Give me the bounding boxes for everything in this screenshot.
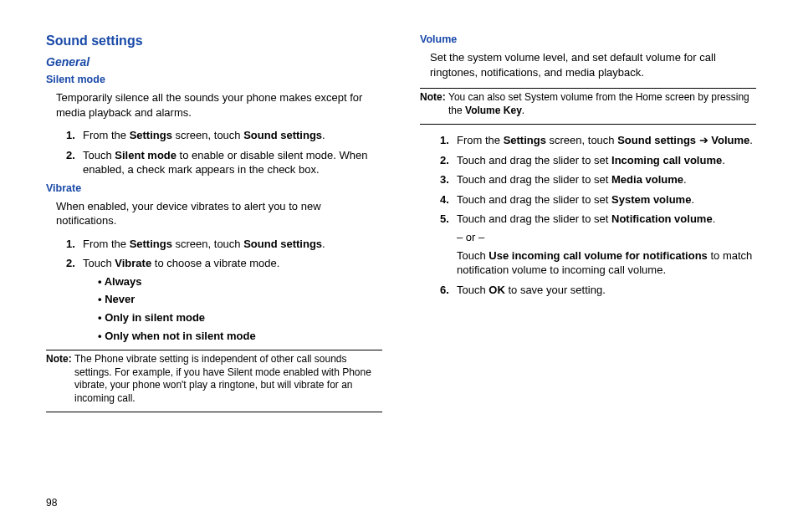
step-number: 2. (66, 148, 75, 163)
list-item: 6. Touch OK to save your setting. (440, 283, 756, 298)
vibrate-steps: 1. From the Settings screen, touch Sound… (66, 237, 382, 343)
text: to choose a vibrate mode. (151, 257, 279, 269)
option: • Only when not in silent mode (98, 329, 382, 344)
note-label: Note: (46, 353, 72, 366)
silent-desc: Temporarily silence all the sounds your … (56, 90, 382, 120)
text: . (713, 212, 716, 225)
step-number: 6. (440, 283, 449, 298)
text: . (322, 238, 325, 250)
note-label: Note: (420, 91, 446, 105)
text: Touch (457, 284, 489, 296)
text: Touch (83, 149, 115, 161)
text: Touch and drag the slider to set (457, 154, 611, 166)
vibrate-desc: When enabled, your device vibrates to al… (56, 199, 382, 228)
text: From the (457, 134, 504, 146)
heading-silent-mode: Silent mode (46, 74, 382, 85)
list-item: 4. Touch and drag the slider to set Syst… (440, 192, 756, 207)
bold: Volume (711, 134, 749, 146)
text: . (749, 134, 753, 146)
list-item: 1. From the Settings screen, touch Sound… (66, 128, 382, 143)
text: From the (83, 238, 130, 250)
list-item: 3. Touch and drag the slider to set Medi… (440, 172, 756, 187)
bold: Incoming call volume (611, 154, 722, 166)
step-number: 4. (440, 192, 449, 207)
bold: Silent mode (115, 149, 176, 161)
bold: Settings (504, 134, 546, 146)
step-alt: Touch Use incoming call volume for notif… (457, 248, 756, 278)
bold: Sound settings (243, 238, 322, 250)
text: Touch and drag the slider to set (457, 173, 611, 186)
text: Touch and drag the slider to set (457, 212, 611, 225)
step-number: 1. (66, 237, 75, 252)
step-number: 2. (66, 256, 75, 271)
text: to save your setting. (505, 284, 606, 296)
heading-vibrate: Vibrate (46, 182, 382, 194)
volume-steps: 1. From the Settings screen, touch Sound… (440, 133, 756, 297)
bold: Volume Key (465, 105, 522, 116)
bold: Settings (130, 238, 172, 250)
step-number: 1. (66, 128, 75, 143)
step-number: 1. (440, 133, 449, 148)
option: • Always (98, 274, 382, 289)
text: Touch (83, 257, 115, 269)
divider (420, 124, 756, 125)
section-title: Sound settings (46, 33, 382, 49)
divider (46, 412, 382, 412)
text: . (683, 173, 687, 186)
step-number: 2. (440, 153, 449, 168)
or-separator: – or – (457, 230, 756, 245)
heading-volume: Volume (420, 33, 756, 45)
note-text: The Phone vibrate setting is independent… (74, 353, 371, 404)
list-item: 5. Touch and drag the slider to set Noti… (440, 212, 756, 277)
text: . (322, 129, 325, 141)
bold: Sound settings (617, 134, 696, 146)
bold: Use incoming call volume for notificatio… (489, 249, 708, 262)
option: • Never (98, 292, 382, 307)
arrow-icon: ➔ (696, 134, 711, 146)
bold: Notification volume (611, 212, 713, 225)
list-item: 1. From the Settings screen, touch Sound… (66, 237, 382, 252)
text: screen, touch (546, 134, 617, 146)
list-item: 2. Touch Silent mode to enable or disabl… (66, 148, 382, 177)
bold: Vibrate (115, 257, 151, 269)
silent-steps: 1. From the Settings screen, touch Sound… (66, 128, 382, 177)
bold: System volume (611, 193, 691, 206)
step-number: 3. (440, 172, 449, 187)
divider (420, 88, 756, 89)
note-volume: Note: You can also set System volume fro… (420, 91, 756, 117)
note-vibrate: Note: The Phone vibrate setting is indep… (46, 353, 382, 405)
text: Touch (457, 249, 489, 262)
volume-desc: Set the system volume level, and set def… (430, 50, 756, 79)
text: Touch and drag the slider to set (457, 193, 611, 206)
text: screen, touch (172, 238, 243, 250)
bold: Media volume (611, 173, 683, 186)
vibrate-options: • Always • Never • Only in silent mode •… (98, 274, 382, 343)
left-column: Sound settings General Silent mode Tempo… (46, 33, 382, 415)
text: screen, touch (172, 129, 243, 141)
option: • Only in silent mode (98, 310, 382, 325)
subsection-general: General (46, 55, 382, 69)
divider (46, 350, 382, 350)
text: From the (83, 129, 130, 141)
text: . (691, 193, 694, 206)
bold: Sound settings (243, 129, 322, 141)
bold: Settings (130, 129, 172, 141)
list-item: 1. From the Settings screen, touch Sound… (440, 133, 756, 148)
page-number: 98 (46, 497, 57, 509)
bold: OK (489, 284, 505, 296)
list-item: 2. Touch Vibrate to choose a vibrate mod… (66, 256, 382, 343)
note-text: . (522, 105, 524, 116)
right-column: Volume Set the system volume level, and … (420, 33, 756, 415)
step-number: 5. (440, 212, 449, 227)
text: . (722, 154, 725, 166)
list-item: 2. Touch and drag the slider to set Inco… (440, 153, 756, 168)
